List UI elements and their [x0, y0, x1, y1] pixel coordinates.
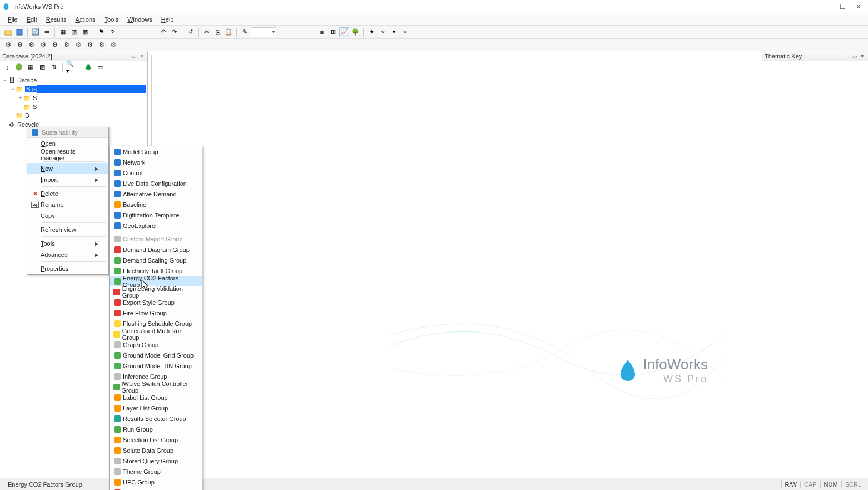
sub-item-geoexplorer[interactable]: GeoExplorer: [110, 220, 202, 231]
tb-save-icon[interactable]: [14, 27, 24, 37]
ctx-item-properties[interactable]: Properties: [27, 263, 108, 274]
tb-copy-icon[interactable]: ⎘: [212, 27, 222, 37]
tb-forward-icon[interactable]: ➡: [42, 27, 52, 37]
panel-close-icon[interactable]: ✕: [138, 53, 145, 60]
tb-undo2-icon[interactable]: ↺: [185, 27, 195, 37]
tree-node-d[interactable]: 📁 D: [1, 111, 146, 120]
tb-db2-icon[interactable]: ▨: [69, 27, 79, 37]
close-button[interactable]: ✕: [856, 3, 861, 11]
tb-dropdown[interactable]: [251, 27, 276, 37]
sub-item-upc-group[interactable]: UPC Group: [110, 477, 202, 487]
sub-item-run-group[interactable]: Run Group: [110, 424, 202, 434]
tb-sparkle2-icon[interactable]: ✦: [389, 27, 399, 37]
tb-chart-icon[interactable]: 📈: [339, 27, 349, 37]
ctx-item-open[interactable]: Open: [27, 138, 108, 149]
tk-close-icon[interactable]: ✕: [859, 53, 866, 60]
pt-up-icon[interactable]: ↕: [2, 62, 12, 72]
sub-item-stored-query-group[interactable]: Stored Query Group: [110, 456, 202, 466]
ctx-item-new[interactable]: New▶: [27, 163, 108, 174]
tb-refresh-icon[interactable]: 🔄: [31, 27, 41, 37]
tk-pin-icon[interactable]: ▭: [851, 53, 858, 60]
sub-item-demand-diagram-group[interactable]: Demand Diagram Group: [110, 244, 202, 255]
ctx-item-rename[interactable]: A|Rename: [27, 199, 108, 210]
sub-item-warning-template-group[interactable]: Warning Template Group: [110, 487, 202, 490]
sub-item-digitization-template[interactable]: Digitization Template: [110, 210, 202, 220]
pt-view-icon[interactable]: ▭: [95, 62, 105, 72]
tb-help-icon[interactable]: ?: [107, 27, 117, 37]
sub-item-iwlive-switch-controller-group[interactable]: IWLive Switch Controller Group: [110, 382, 202, 392]
sub-item-network[interactable]: Network: [110, 157, 202, 167]
menu-actions[interactable]: Actions: [71, 15, 100, 24]
tb-redo-icon[interactable]: ↷: [169, 27, 179, 37]
tb-db1-icon[interactable]: ▦: [58, 27, 68, 37]
pt-sort-icon[interactable]: ⇅: [49, 62, 59, 72]
gear5-icon[interactable]: ⚙: [50, 40, 60, 50]
pt-tree-icon[interactable]: 🌲: [83, 62, 93, 72]
sub-item-engineering-validation-group[interactable]: Engineering Validation Group: [110, 286, 202, 297]
menu-windows[interactable]: Windows: [123, 15, 157, 24]
gear1-icon[interactable]: ⚙: [3, 40, 13, 50]
gear6-icon[interactable]: ⚙: [62, 40, 72, 50]
gear7-icon[interactable]: ⚙: [73, 40, 83, 50]
tb-db3-icon[interactable]: ▩: [80, 27, 90, 37]
sub-item-graph-group[interactable]: Graph Group: [110, 339, 202, 350]
sub-item-export-style-group[interactable]: Export Style Group: [110, 297, 202, 308]
pt-grid2-icon[interactable]: ▨: [37, 62, 47, 72]
menu-file[interactable]: File: [3, 15, 22, 24]
tree-node-child2[interactable]: 📁 S: [1, 102, 146, 111]
sub-item-control[interactable]: Control: [110, 167, 202, 178]
gear3-icon[interactable]: ⚙: [27, 40, 37, 50]
panel-pin-icon[interactable]: ▭: [131, 53, 137, 60]
tb-cut-icon[interactable]: ✂: [201, 27, 211, 37]
sub-item-solute-data-group[interactable]: Solute Data Group: [110, 445, 202, 456]
ctx-item-tools[interactable]: Tools▶: [27, 238, 108, 249]
gear2-icon[interactable]: ⚙: [15, 40, 25, 50]
sub-item-model-group[interactable]: Model Group: [110, 146, 202, 157]
ctx-item-advanced[interactable]: Advanced▶: [27, 249, 108, 260]
pt-grid1-icon[interactable]: ▦: [26, 62, 36, 72]
minimize-button[interactable]: —: [823, 3, 830, 11]
ctx-item-copy[interactable]: Copy: [27, 210, 108, 221]
tb-sparkle1-icon[interactable]: ✧: [378, 27, 388, 37]
sub-item-ground-model-grid-group[interactable]: Ground Model Grid Group: [110, 350, 202, 360]
tb-pencil-icon[interactable]: ✎: [240, 27, 250, 37]
tb-star-icon[interactable]: ✦: [366, 27, 376, 37]
menu-edit[interactable]: Edit: [22, 15, 42, 24]
tree-node-sustainability[interactable]: − 📁 Sus: [1, 85, 146, 93]
pt-find-icon[interactable]: 🔍▾: [66, 62, 76, 72]
pt-refresh-icon[interactable]: 🟢: [14, 62, 24, 72]
ctx-item-delete[interactable]: ✕Delete: [27, 188, 108, 199]
sub-item-demand-scaling-group[interactable]: Demand Scaling Group: [110, 255, 202, 265]
sub-item-theme-group[interactable]: Theme Group: [110, 466, 202, 477]
tb-sparkle3-icon[interactable]: ✧: [400, 27, 410, 37]
sub-item-results-selector-group[interactable]: Results Selector Group: [110, 413, 202, 424]
gear4-icon[interactable]: ⚙: [38, 40, 48, 50]
tb-undo-icon[interactable]: ↶: [158, 27, 168, 37]
sub-item-label-list-group[interactable]: Label List Group: [110, 392, 202, 403]
sub-item-selection-list-group[interactable]: Selection List Group: [110, 434, 202, 445]
tb-open-icon[interactable]: [3, 27, 13, 37]
menu-tools[interactable]: Tools: [100, 15, 123, 24]
ctx-item-refresh-view[interactable]: Refresh view: [27, 224, 108, 235]
menu-help[interactable]: Help: [157, 15, 178, 24]
sub-item-baseline[interactable]: Baseline: [110, 199, 202, 210]
tree-node-child1[interactable]: + 📁 S: [1, 93, 146, 102]
tb-paste-icon[interactable]: 📋: [224, 27, 234, 37]
ctx-item-open-results-manager[interactable]: Open results manager: [27, 149, 108, 160]
menu-results[interactable]: Results: [42, 15, 71, 24]
tb-tree-icon[interactable]: 🌳: [350, 27, 360, 37]
tb-flag-icon[interactable]: ⚑: [96, 27, 106, 37]
gear8-icon[interactable]: ⚙: [85, 40, 95, 50]
sub-item-alternative-demand[interactable]: Alternative Demand: [110, 189, 202, 199]
sub-item-ground-model-tin-group[interactable]: Ground Model TIN Group: [110, 360, 202, 371]
ctx-item-import[interactable]: Import▶: [27, 174, 108, 185]
gear9-icon[interactable]: ⚙: [97, 40, 107, 50]
maximize-button[interactable]: ☐: [840, 3, 846, 11]
gear10-icon[interactable]: ⚙: [108, 40, 118, 50]
sub-item-layer-list-group[interactable]: Layer List Group: [110, 403, 202, 413]
sub-item-live-data-configuration[interactable]: Live Data Configuration: [110, 178, 202, 189]
sub-item-fire-flow-group[interactable]: Fire Flow Group: [110, 308, 202, 318]
tree-root[interactable]: − 🗄 Databa: [1, 76, 146, 85]
sub-item-generalised-multi-run-group[interactable]: Generalised Multi Run Group: [110, 329, 202, 339]
tb-grid-icon[interactable]: ⊞: [328, 27, 338, 37]
